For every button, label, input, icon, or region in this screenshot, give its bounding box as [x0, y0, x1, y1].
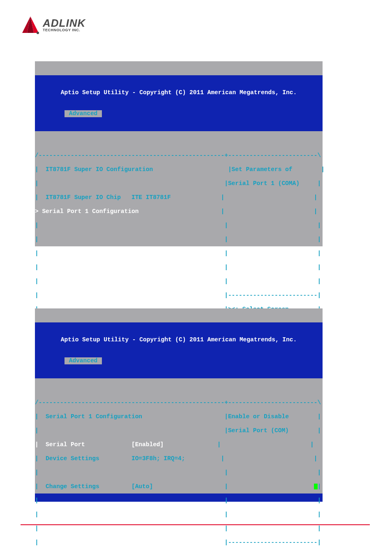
bios-title: Aptio Setup Utility - Copyright (C) 2011… [38, 336, 319, 343]
device-settings-label: Device Settings [46, 455, 99, 462]
logo-brand: ADLINK [43, 18, 85, 28]
panel-heading: IT8781F Super IO Configuration [46, 166, 153, 173]
bios-screen-serial-port-config: Aptio Setup Utility - Copyright (C) 2011… [35, 308, 323, 493]
bios-tab-row: Advanced [38, 357, 319, 364]
menu-item-change-settings[interactable]: Change Settings [Auto] [46, 483, 153, 490]
adlink-logo: ADLINK TECHNOLOGY INC. [21, 12, 92, 37]
panel-heading: Serial Port 1 Configuration [46, 413, 142, 420]
help-line-1: Enable or Disable [228, 413, 289, 420]
tab-advanced[interactable]: Advanced [65, 357, 102, 364]
adlink-logo-text: ADLINK TECHNOLOGY INC. [43, 18, 85, 32]
adlink-logo-mark [21, 15, 40, 35]
help-line-1: Set Parameters of [232, 166, 293, 173]
menu-item-serial-port[interactable]: | Serial Port [Enabled] [35, 441, 217, 448]
help-line-2: Serial Port 1 (COMA) [228, 180, 300, 187]
bios-body: /---------------------------------------… [35, 392, 323, 556]
svg-point-3 [37, 32, 39, 34]
menu-item-serial-port-1-config[interactable]: > Serial Port 1 Configuration [35, 208, 221, 215]
bios-title-bar: Aptio Setup Utility - Copyright (C) 2011… [35, 75, 323, 131]
bios-tab-row: Advanced [38, 110, 319, 117]
bios-title-bar: Aptio Setup Utility - Copyright (C) 2011… [35, 322, 323, 378]
help-line-2: Serial Port (COM) [228, 427, 289, 434]
tab-advanced[interactable]: Advanced [65, 110, 102, 117]
device-settings-value: IO=3F8h; IRQ=4; [131, 455, 185, 462]
page-divider [21, 524, 370, 525]
chip-value: ITE IT8781F [131, 194, 171, 201]
text-cursor [314, 484, 318, 489]
bios-title: Aptio Setup Utility - Copyright (C) 2011… [38, 89, 319, 96]
chip-label: IT8781F Super IO Chip [46, 194, 121, 201]
bios-screen-super-io: Aptio Setup Utility - Copyright (C) 2011… [35, 61, 323, 246]
logo-subtext: TECHNOLOGY INC. [43, 28, 85, 32]
